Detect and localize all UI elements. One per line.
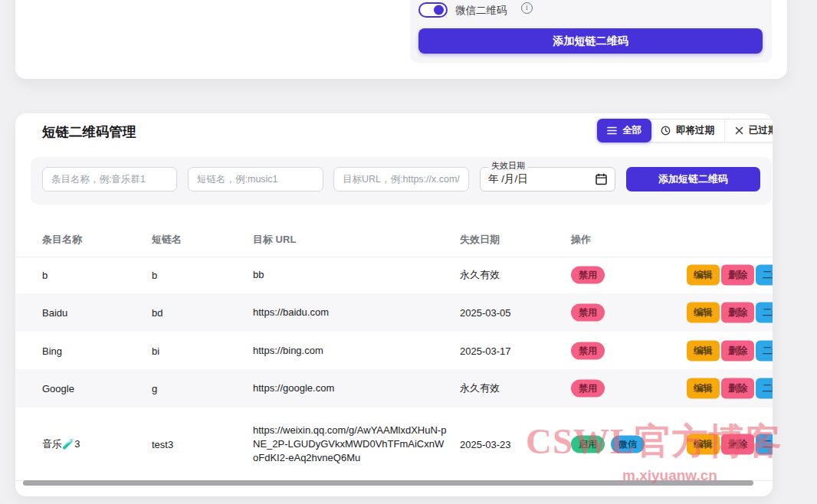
expiry-date-value: 年 /月/日 (488, 172, 528, 186)
short-link-name: b (152, 270, 157, 281)
target-url: https://google.com (253, 381, 448, 395)
clock-icon (661, 126, 671, 136)
qr-manager-card: 短链二维码管理 全部 即将过期 已过期 失效日期 年 /月/日 添加短链二维码 … (15, 113, 773, 496)
expiry-date-label: 失效日期 (488, 161, 528, 171)
target-url: bb (253, 268, 448, 282)
entry-name: 音乐🧪3 (42, 437, 80, 451)
expiry-date-input[interactable]: 失效日期 年 /月/日 (480, 167, 615, 191)
short-link-name-input[interactable] (188, 167, 323, 191)
horizontal-scrollbar[interactable] (23, 480, 753, 486)
col-expiry: 失效日期 (460, 233, 500, 247)
status-badge[interactable]: 禁用 (571, 267, 605, 284)
edit-button[interactable]: 编辑 (687, 434, 720, 454)
filter-group: 全部 即将过期 已过期 (597, 119, 773, 142)
table-row: Baidu bd https://baidu.com 2025-03-05 禁用… (15, 293, 773, 332)
status-badge[interactable]: 禁用 (571, 380, 605, 398)
filter-expiring[interactable]: 即将过期 (651, 119, 724, 142)
col-actions: 操作 (571, 233, 591, 247)
qrcode-button[interactable]: 二维码 (756, 303, 773, 323)
filter-all-label: 全部 (622, 124, 641, 137)
short-link-name: test3 (152, 438, 173, 450)
qrcode-button[interactable]: 二维码 (756, 434, 773, 454)
calendar-icon[interactable] (596, 173, 607, 185)
target-url: https://bing.com (253, 344, 448, 358)
short-link-name: g (152, 383, 157, 394)
edit-button[interactable]: 编辑 (687, 265, 720, 286)
entry-name-input[interactable] (42, 167, 177, 191)
edit-button[interactable]: 编辑 (687, 378, 720, 399)
edit-button[interactable]: 编辑 (687, 340, 720, 361)
target-url: https://weixin.qq.com/g/AwYAAMlxdXHuN-pN… (253, 424, 448, 465)
delete-button[interactable]: 删除 (721, 340, 754, 361)
expiry-date: 2025-03-23 (460, 438, 511, 450)
filter-expiring-label: 即将过期 (676, 124, 714, 137)
qrcode-button[interactable]: 二维码 (756, 378, 773, 399)
short-link-name: bd (152, 307, 162, 319)
col-short-link: 短链名 (152, 233, 182, 247)
delete-button[interactable]: 删除 (721, 434, 754, 454)
expiry-date: 永久有效 (460, 268, 500, 282)
table-row: Google g https://google.com 永久有效 禁用 编辑 删… (15, 369, 773, 407)
table-body: b b bb 永久有效 禁用 编辑 删除 二维码 Baidu bd https:… (15, 257, 773, 481)
add-qr-card: 微信二维码 i 添加短链二维码 (15, 0, 787, 79)
target-url-input[interactable] (333, 167, 469, 191)
qrcode-button[interactable]: 二维码 (756, 265, 773, 286)
expiry-date: 永久有效 (460, 381, 500, 395)
wechat-qr-toggle-label: 微信二维码 (455, 4, 507, 18)
info-icon[interactable]: i (521, 2, 533, 14)
entry-name: b (42, 270, 48, 281)
table-header: 条目名称 短链名 目标 URL 失效日期 操作 (15, 222, 773, 257)
toggle-knob (434, 5, 444, 15)
page-title: 短链二维码管理 (42, 123, 136, 141)
qrcode-button[interactable]: 二维码 (756, 340, 773, 361)
delete-button[interactable]: 删除 (721, 303, 754, 323)
filter-expired[interactable]: 已过期 (724, 119, 773, 142)
col-entry-name: 条目名称 (42, 233, 82, 247)
filter-all[interactable]: 全部 (597, 119, 651, 142)
table-row: b b bb 永久有效 禁用 编辑 删除 二维码 (15, 257, 773, 293)
target-url: https://baidu.com (253, 306, 448, 319)
edit-button[interactable]: 编辑 (687, 303, 720, 323)
add-short-link-qr-submit-button[interactable]: 添加短链二维码 (626, 167, 760, 191)
wechat-qr-toggle[interactable] (418, 2, 448, 18)
short-link-name: bi (152, 345, 159, 356)
expiry-date: 2025-03-05 (460, 307, 511, 319)
filter-expired-label: 已过期 (749, 124, 773, 137)
entry-name: Google (42, 383, 74, 394)
close-icon (735, 126, 743, 135)
status-badge[interactable]: 禁用 (571, 304, 605, 322)
col-target-url: 目标 URL (253, 233, 296, 247)
entry-name: Baidu (42, 307, 67, 319)
list-icon (607, 126, 617, 135)
table-row: Bing bi https://bing.com 2025-03-17 禁用 编… (15, 332, 773, 369)
status-badge[interactable]: 启用 (571, 435, 605, 453)
entry-name: Bing (42, 345, 62, 356)
add-short-link-qr-button[interactable]: 添加短链二维码 (418, 28, 763, 54)
expiry-date: 2025-03-17 (460, 345, 511, 356)
delete-button[interactable]: 删除 (721, 378, 754, 399)
delete-button[interactable]: 删除 (721, 265, 754, 286)
status-badge[interactable]: 禁用 (571, 342, 605, 359)
table-row: 音乐🧪3 test3 https://weixin.qq.com/g/AwYAA… (15, 407, 773, 481)
wechat-badge[interactable]: 微信 (611, 435, 645, 453)
